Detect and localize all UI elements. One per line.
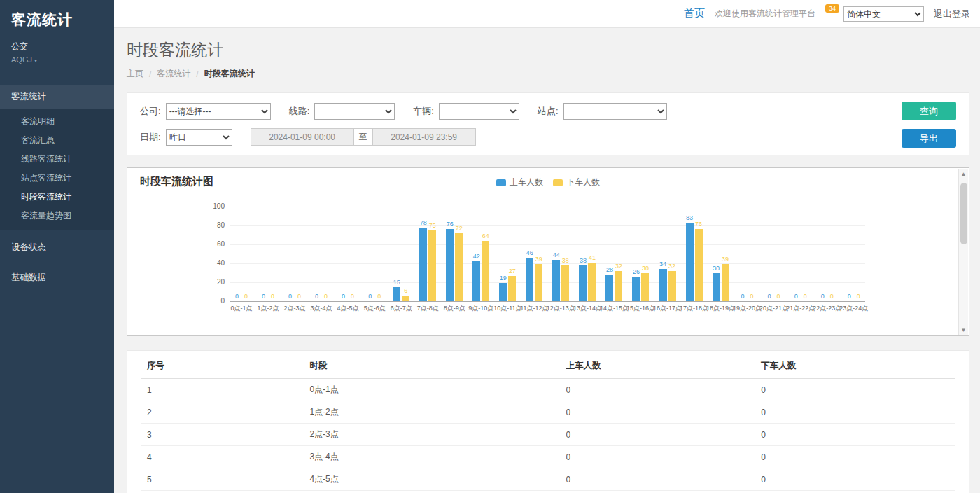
bar[interactable]: 0 [269,207,276,301]
org-code-dropdown[interactable]: AQGJ ▾ [11,55,103,64]
bar[interactable]: 39 [722,207,729,301]
sidebar-item[interactable]: 客流明细 [0,112,114,131]
bar[interactable]: 0 [242,207,250,301]
bar[interactable]: 75 [428,207,436,301]
table-row: 32点-3点00 [141,424,955,446]
bar-rect [561,265,569,301]
stats-table: 序号 时段 上车人数 下车人数 10点-1点0021点-2点0032点-3点00… [141,354,955,493]
sidebar-item[interactable]: 客流量趋势图 [0,207,114,225]
bar[interactable]: 0 [295,207,303,301]
bar[interactable]: 0 [819,207,827,301]
bar[interactable]: 0 [846,207,853,301]
bar[interactable]: 0 [286,207,294,301]
scroll-thumb[interactable] [960,183,967,244]
sidebar-item[interactable]: 客流汇总 [0,131,114,150]
bar[interactable]: 44 [552,207,560,301]
bar[interactable]: 32 [615,207,622,301]
bar[interactable]: 0 [366,207,374,301]
bar[interactable]: 0 [260,207,267,301]
bar[interactable]: 76 [446,207,454,301]
bar-value-label: 0 [777,293,780,300]
sidebar-section-device-status[interactable]: 设备状态 [0,235,114,260]
scroll-track[interactable] [959,179,968,325]
breadcrumb-item[interactable]: 主页 [127,68,144,80]
bar[interactable]: 78 [419,207,427,301]
sidebar-item[interactable]: 站点客流统计 [0,169,114,188]
bar[interactable]: 19 [499,207,507,301]
bar[interactable]: 0 [349,207,356,301]
bar[interactable]: 28 [606,207,613,301]
bar[interactable]: 42 [472,207,480,301]
table-cell: 2 [141,401,304,424]
legend-item[interactable]: 上车人数 [496,176,543,188]
table-cell: 0点-1点 [304,379,560,401]
table-cell: 5点-6点 [304,491,560,493]
bar-value-label: 41 [589,255,596,261]
legend-item[interactable]: 下车人数 [553,176,600,188]
bar-group: 263015点-16点 [632,207,649,301]
table-cell: 0 [755,446,955,468]
bar-value-label: 0 [271,293,274,300]
line-select[interactable] [314,103,395,120]
bar[interactable]: 0 [792,207,800,301]
home-link[interactable]: 首页 [684,7,705,20]
bar[interactable]: 0 [766,207,774,301]
export-button[interactable]: 导出 [902,129,956,148]
breadcrumb-item[interactable]: 客流统计 [157,68,190,80]
table-cell: 0 [560,491,755,493]
bar[interactable]: 32 [668,207,676,301]
sidebar-item[interactable]: 时段客流统计 [0,188,114,207]
station-select[interactable] [564,103,667,120]
search-button[interactable]: 查询 [902,102,956,120]
sidebar-section-base-data[interactable]: 基础数据 [0,265,114,290]
company-select[interactable]: ---请选择--- [166,103,271,120]
bar[interactable]: 34 [659,207,667,301]
date-start-input[interactable] [251,128,354,146]
main-area: 首页 欢迎使用客流统计管理平台 34 简体中文 退出登录 时段客流统计 主页/客… [114,0,980,493]
bar[interactable]: 39 [535,207,542,301]
bar-group: 003点-4点 [313,207,330,301]
bar[interactable]: 15 [393,207,400,301]
bar[interactable]: 0 [313,207,321,301]
vehicle-select[interactable] [439,103,519,120]
bar[interactable]: 0 [322,207,330,301]
bar[interactable]: 38 [579,207,587,301]
language-select[interactable]: 简体中文 [844,6,924,22]
bar[interactable]: 83 [686,207,694,301]
bar[interactable]: 38 [561,207,569,301]
x-tick-label: 4点-5点 [337,304,359,313]
sidebar-item[interactable]: 线路客流统计 [0,150,114,169]
bar[interactable]: 64 [482,207,489,301]
bar[interactable]: 0 [828,207,836,301]
bar-group: 384113点-14点 [579,207,596,301]
bar[interactable]: 30 [641,207,649,301]
sidebar-section-passenger-stats[interactable]: 客流统计 [0,85,114,109]
bar[interactable]: 76 [695,207,703,301]
bar[interactable]: 30 [713,207,720,301]
scroll-up-arrow[interactable]: ▲ [959,169,969,179]
bar[interactable]: 26 [632,207,640,301]
bar[interactable]: 27 [508,207,516,301]
date-preset-select[interactable]: 昨日 [166,129,232,146]
logout-link[interactable]: 退出登录 [934,8,970,20]
bar[interactable]: 41 [588,207,596,301]
scroll-down-arrow[interactable]: ▼ [959,325,969,335]
bar[interactable]: 0 [802,207,809,301]
bar[interactable]: 0 [739,207,747,301]
notification-badge[interactable]: 34 [825,4,839,13]
bar[interactable]: 46 [526,207,533,301]
bar[interactable]: 6 [402,207,410,301]
bar[interactable]: 0 [855,207,862,301]
bar[interactable]: 0 [775,207,783,301]
bar[interactable]: 0 [375,207,383,301]
bar[interactable]: 0 [233,207,241,301]
bar[interactable]: 0 [340,207,347,301]
bar[interactable]: 72 [455,207,463,301]
date-end-input[interactable] [372,128,476,146]
plot-area: 000点-1点001点-2点002点-3点003点-4点004点-5点005点-… [230,207,865,301]
chart-scrollbar[interactable]: ▲ ▼ [958,169,968,335]
x-tick-label: 21点-22点 [786,304,815,313]
bar[interactable]: 0 [748,207,756,301]
chevron-down-icon: ▾ [34,57,37,64]
table-cell: 0 [755,401,955,424]
